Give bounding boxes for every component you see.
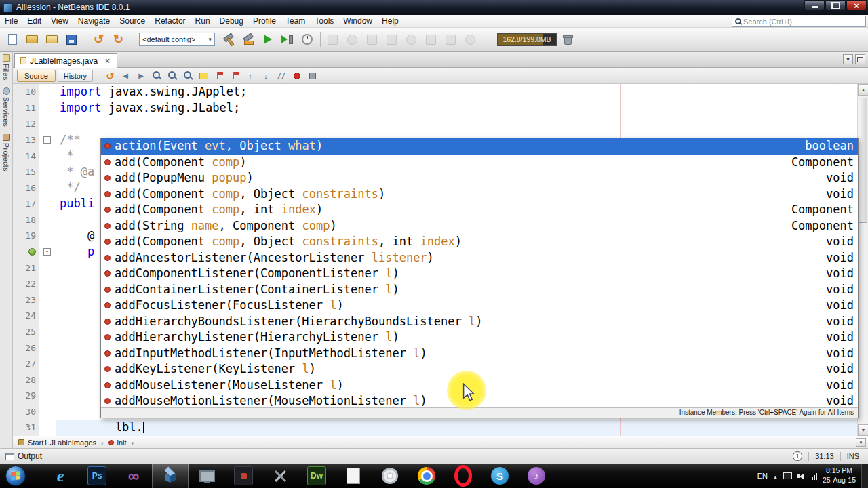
completion-item[interactable]: action(Event evt, Object what)boolean (101, 138, 858, 155)
undo-button[interactable] (90, 30, 108, 49)
minimize-button[interactable] (804, 0, 825, 11)
completion-item[interactable]: addContainerListener(ContainerListener l… (101, 282, 858, 298)
start-button[interactable] (5, 466, 26, 486)
menu-refactor[interactable]: Refactor (150, 15, 190, 27)
completion-item[interactable]: addFocusListener(FocusListener l)void (101, 298, 858, 314)
show-desktop-button[interactable] (861, 464, 868, 488)
editor-scrollbar[interactable]: ▲ ▼ (857, 84, 868, 436)
code-line-text[interactable]: lbl. (56, 420, 857, 436)
maximize-button[interactable] (825, 0, 846, 11)
taskbar-dark-app[interactable] (225, 464, 262, 488)
sidebar-tab-projects[interactable]: Projects (2, 134, 10, 171)
save-all-button[interactable] (62, 30, 81, 49)
taskbar-itunes[interactable] (518, 464, 555, 488)
taskbar-photoshop[interactable]: Ps (79, 464, 115, 488)
close-button[interactable] (846, 0, 867, 11)
new-project-button[interactable] (23, 30, 41, 49)
back-button[interactable] (119, 69, 132, 83)
memory-indicator[interactable]: 162.8/199.0MB (497, 33, 557, 46)
menu-navigate[interactable]: Navigate (73, 15, 115, 27)
breadcrumb-item[interactable]: Start1.JLableImages (28, 439, 96, 447)
menu-file[interactable]: File (0, 15, 22, 27)
search-input[interactable] (742, 17, 863, 26)
forward-button[interactable] (134, 69, 148, 83)
language-indicator[interactable]: EN (757, 472, 768, 480)
clean-build-button[interactable] (239, 30, 257, 49)
menu-window[interactable]: Window (338, 15, 377, 27)
clock[interactable]: 8:15 PM 25-Aug-15 (823, 466, 856, 485)
taskbar-opera[interactable] (445, 464, 481, 488)
find-selection-button[interactable] (150, 69, 163, 83)
output-panel-tab[interactable]: Output (0, 451, 42, 461)
taskbar-dreamweaver[interactable]: Dw (298, 464, 335, 488)
completion-item[interactable]: addHierarchyBoundsListener(HierarchyBoun… (101, 314, 858, 330)
menu-tools[interactable]: Tools (310, 15, 338, 27)
find-previous-button[interactable] (181, 69, 195, 83)
taskbar-visual-studio[interactable] (115, 464, 152, 488)
open-project-button[interactable] (43, 30, 61, 49)
fold-collapse-icon[interactable]: - (43, 248, 51, 256)
menu-source[interactable]: Source (115, 15, 150, 27)
taskbar-notepad[interactable] (335, 464, 372, 488)
code-line-text[interactable]: import javax.swing.JLabel; (56, 100, 857, 117)
taskbar-file-explorer[interactable] (189, 464, 225, 488)
previous-occurrence-button[interactable] (243, 69, 257, 83)
code-line-text[interactable]: import javax.swing.JApplet; (56, 84, 857, 100)
completion-item[interactable]: addComponentListener(ComponentListener l… (101, 266, 858, 282)
debug-project-button[interactable] (278, 30, 296, 49)
macro-record-button[interactable] (290, 69, 304, 83)
menu-run[interactable]: Run (191, 15, 215, 27)
menu-edit[interactable]: Edit (22, 15, 46, 27)
menu-view[interactable]: View (46, 15, 73, 27)
taskbar-skype[interactable] (481, 464, 518, 488)
sidebar-tab-services[interactable]: Services (2, 87, 10, 127)
menu-debug[interactable]: Debug (215, 15, 248, 27)
menu-profile[interactable]: Profile (248, 15, 281, 27)
completion-item[interactable]: addAncestorListener(AncestorListener lis… (101, 250, 858, 266)
completion-item[interactable]: addHierarchyListener(HierarchyListener l… (101, 329, 858, 346)
menu-help[interactable]: Help (377, 15, 403, 27)
history-view-button[interactable]: History (58, 70, 93, 82)
completion-item[interactable]: add(Component comp, Object constraints)v… (101, 186, 858, 203)
quick-search[interactable] (732, 16, 866, 27)
taskbar-internet-explorer[interactable] (42, 464, 79, 488)
build-project-button[interactable] (219, 30, 237, 49)
maximize-editor-icon[interactable] (855, 54, 865, 64)
completion-item[interactable]: add(Component comp, Object constraints, … (101, 234, 858, 250)
volume-tray-icon[interactable] (797, 472, 806, 480)
source-view-button[interactable]: Source (17, 70, 56, 82)
taskbar-disc-drive[interactable] (372, 464, 408, 488)
last-edit-button[interactable] (103, 69, 117, 83)
previous-bookmark-button[interactable] (212, 69, 226, 83)
completion-item[interactable]: add(Component comp, int index)Component (101, 202, 858, 218)
run-project-button[interactable] (258, 30, 277, 49)
display-tray-icon[interactable] (783, 472, 792, 479)
tab-close-icon[interactable] (104, 56, 111, 66)
new-file-button[interactable] (3, 30, 22, 49)
garbage-collect-button[interactable] (557, 30, 575, 49)
scroll-down-icon[interactable]: ▼ (858, 424, 868, 436)
comment-button[interactable] (275, 69, 288, 83)
tab-jlableimages-java[interactable]: JLableImages.java (14, 53, 117, 68)
completion-item[interactable]: addInputMethodListener(InputMethodListen… (101, 346, 858, 362)
network-tray-icon[interactable] (812, 472, 817, 480)
taskbar-chrome[interactable] (408, 464, 445, 488)
notifications-icon[interactable]: 1 (793, 451, 802, 461)
tab-list-dropdown-icon[interactable] (843, 54, 853, 64)
taskbar-tools[interactable] (262, 464, 298, 488)
macro-stop-button[interactable] (306, 69, 319, 83)
toggle-highlight-button[interactable] (197, 69, 210, 83)
sidebar-tab-files[interactable]: Files (2, 54, 10, 81)
menu-team[interactable]: Team (281, 15, 310, 27)
taskbar-netbeans[interactable] (152, 464, 189, 488)
completion-item[interactable]: add(Component comp)Component (101, 155, 858, 171)
scroll-up-icon[interactable]: ▲ (858, 84, 868, 96)
scrollbar-thumb[interactable] (859, 98, 867, 223)
code-line-text[interactable] (56, 116, 857, 132)
breadcrumb-dropdown-icon[interactable] (856, 438, 866, 447)
config-dropdown[interactable]: <default config> (139, 33, 215, 46)
fold-collapse-icon[interactable]: - (43, 136, 51, 144)
breadcrumb-item[interactable]: init (117, 439, 127, 447)
completion-item[interactable]: add(String name, Component comp)Componen… (101, 218, 858, 235)
next-bookmark-button[interactable] (228, 69, 241, 83)
